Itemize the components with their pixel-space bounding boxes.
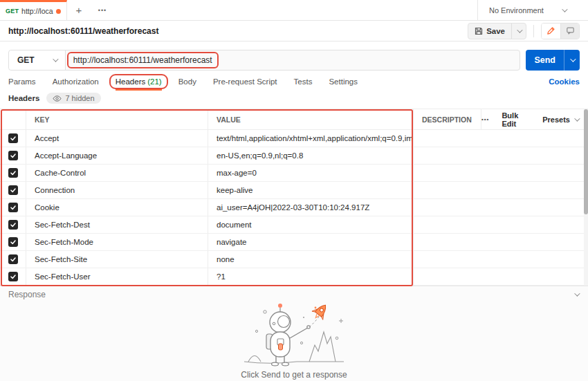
row-value[interactable]: none — [208, 251, 413, 268]
table-rows: Accept text/html,application/xhtml+xml,a… — [0, 130, 588, 286]
row-checkbox[interactable] — [8, 133, 18, 143]
row-description[interactable] — [413, 199, 481, 216]
header-row: Cache-Control max-age=0 — [0, 165, 588, 182]
new-tab-button[interactable]: + — [67, 0, 91, 20]
tab-headers[interactable]: Headers(21) — [116, 77, 162, 86]
row-checkbox-cell — [0, 165, 26, 181]
astronaut-rocket-illustration — [232, 299, 356, 369]
row-filler — [481, 147, 588, 164]
method-selector[interactable]: GET — [9, 50, 66, 70]
tab-pre-request-script[interactable]: Pre-request Script — [213, 77, 277, 86]
edit-button[interactable] — [542, 24, 560, 39]
method-label: GET — [17, 55, 35, 65]
response-collapse-chevron-icon[interactable] — [574, 290, 580, 296]
hidden-headers-toggle[interactable]: 7 hidden — [46, 93, 100, 104]
table-more-button[interactable]: ••• — [481, 116, 489, 122]
column-header-description: DESCRIPTION — [413, 109, 481, 129]
row-checkbox-cell — [0, 251, 26, 268]
row-description[interactable] — [413, 165, 481, 181]
header-row: Connection keep-alive — [0, 182, 588, 199]
row-checkbox[interactable] — [8, 203, 18, 212]
app-tab-bar: GET http://localhost:60111/w + ••• No En… — [0, 0, 588, 21]
environment-label: No Environment — [489, 6, 544, 15]
request-tab-url: http://localhost:60111/w — [21, 7, 53, 15]
row-key[interactable]: Sec-Fetch-Mode — [26, 234, 208, 250]
table-scrollbar[interactable] — [584, 109, 588, 286]
header-row: Cookie ai_user=A4jOH|2022-03-30T10:10:24… — [0, 199, 588, 216]
save-icon — [475, 27, 483, 35]
row-checkbox[interactable] — [8, 272, 18, 281]
row-checkbox[interactable] — [8, 185, 18, 195]
tab-options-button[interactable]: ••• — [91, 0, 114, 20]
header-checkbox-column — [0, 109, 26, 129]
request-tab[interactable]: GET http://localhost:60111/w — [0, 0, 67, 20]
header-row: Sec-Fetch-Site none — [0, 251, 588, 268]
row-key[interactable]: Sec-Fetch-Dest — [26, 216, 208, 233]
row-description[interactable] — [413, 147, 481, 164]
header-row: Accept text/html,application/xhtml+xml,a… — [0, 130, 588, 147]
save-options-button[interactable] — [511, 24, 526, 39]
row-key[interactable]: Sec-Fetch-User — [26, 268, 208, 285]
row-checkbox[interactable] — [8, 151, 18, 160]
row-description[interactable] — [413, 182, 481, 198]
unsaved-dot-icon — [56, 9, 61, 14]
row-filler — [481, 234, 588, 250]
row-key[interactable]: Sec-Fetch-Site — [26, 251, 208, 268]
scrollbar-thumb[interactable] — [584, 109, 588, 214]
header-row: Sec-Fetch-User ?1 — [0, 268, 588, 286]
comment-button[interactable] — [560, 24, 579, 39]
send-options-button[interactable] — [564, 50, 580, 71]
row-checkbox[interactable] — [8, 254, 18, 264]
request-tabs: ParamsAuthorizationHeaders(21)BodyPre-re… — [0, 77, 588, 91]
row-description[interactable] — [413, 268, 481, 285]
url-input[interactable]: http://localhost:60111/weatherforecast — [67, 52, 219, 68]
chevron-down-icon — [562, 6, 567, 12]
cookies-link[interactable]: Cookies — [549, 77, 580, 86]
row-description[interactable] — [413, 251, 481, 268]
chevron-down-icon — [53, 56, 58, 62]
row-checkbox[interactable] — [8, 168, 18, 178]
row-value[interactable]: text/html,application/xhtml+xml,applicat… — [208, 130, 413, 147]
tab-params[interactable]: Params — [8, 77, 36, 86]
row-description[interactable] — [413, 216, 481, 233]
row-key[interactable]: Accept-Language — [26, 147, 208, 164]
row-value[interactable]: ai_user=A4jOH|2022-03-30T10:10:24.917Z — [208, 199, 413, 216]
tab-settings[interactable]: Settings — [329, 77, 358, 86]
column-header-key: KEY — [26, 109, 208, 129]
environment-selector[interactable]: No Environment — [477, 0, 588, 20]
row-filler — [481, 130, 588, 147]
row-key[interactable]: Accept — [26, 130, 208, 147]
tab-count: (21) — [147, 77, 161, 86]
row-key[interactable]: Cache-Control — [26, 165, 208, 181]
row-value[interactable]: navigate — [208, 234, 413, 250]
send-button[interactable]: Send — [526, 55, 564, 65]
save-button-label: Save — [486, 27, 505, 35]
request-builder: GET http://localhost:60111/weatherforeca… — [0, 41, 588, 77]
tab-authorization[interactable]: Authorization — [53, 77, 99, 86]
row-value[interactable]: max-age=0 — [208, 165, 413, 181]
row-value[interactable]: keep-alive — [208, 182, 413, 198]
row-checkbox[interactable] — [8, 237, 18, 247]
tab-body[interactable]: Body — [178, 77, 196, 86]
presets-dropdown[interactable]: Presets — [542, 115, 578, 124]
row-value[interactable]: document — [208, 216, 413, 233]
tab-tests[interactable]: Tests — [294, 77, 313, 86]
row-filler — [481, 216, 588, 233]
row-checkbox-cell — [0, 199, 26, 216]
row-description[interactable] — [413, 234, 481, 250]
row-checkbox-cell — [0, 147, 26, 164]
row-value[interactable]: en-US,en;q=0.9,nl;q=0.8 — [208, 147, 413, 164]
row-value[interactable]: ?1 — [208, 268, 413, 285]
row-description[interactable] — [413, 130, 481, 147]
save-button[interactable]: Save — [468, 27, 511, 35]
row-checkbox-cell — [0, 216, 26, 233]
response-section: Response — [0, 286, 588, 381]
chevron-down-icon — [574, 115, 580, 121]
response-label: Response — [8, 290, 46, 299]
row-filler — [481, 165, 588, 181]
table-header-row: KEY VALUE DESCRIPTION ••• Bulk Edit Pres… — [0, 109, 588, 130]
bulk-edit-button[interactable]: Bulk Edit — [502, 111, 530, 128]
row-checkbox[interactable] — [8, 220, 18, 230]
row-key[interactable]: Connection — [26, 182, 208, 198]
row-key[interactable]: Cookie — [26, 199, 208, 216]
